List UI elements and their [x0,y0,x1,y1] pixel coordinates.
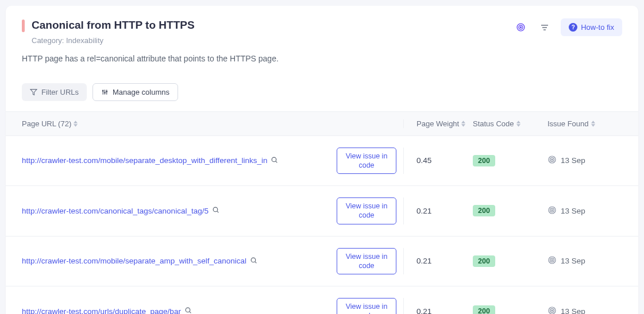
magnify-icon[interactable] [271,156,278,165]
view-issue-button[interactable]: View issue in code [337,148,396,175]
svg-rect-5 [543,29,546,30]
page-url-link[interactable]: http://crawler-test.com/urls/duplicate_p… [22,307,181,314]
issue-description: HTTP page has a rel=canonical attribute … [22,53,622,65]
status-badge: 200 [473,255,495,267]
title-row: Canonical from HTTP to HTTPS Category: I… [22,18,622,45]
view-issue-button[interactable]: View issue in code [337,248,396,275]
svg-marker-6 [30,89,37,95]
col-header-weight-label: Page Weight [417,119,459,128]
svg-point-10 [102,90,103,91]
table-toolbar: Filter URLs Manage columns [6,83,638,111]
magnify-icon[interactable] [212,206,219,215]
filter-icon [30,88,37,96]
svg-line-27 [217,211,218,212]
col-header-status-label: Status Code [473,119,514,128]
found-wrap: 13 Sep [547,255,585,266]
manage-columns-label: Manage columns [113,88,169,96]
view-issue-button[interactable]: View issue in code [337,197,396,224]
table-row: http://crawler-test.com/canonical_tags/c… [6,186,638,237]
card-header: Canonical from HTTP to HTTPS Category: I… [6,6,638,75]
page-url-link[interactable]: http://crawler-test.com/mobile/separate_… [22,257,246,265]
svg-marker-18 [516,124,520,126]
svg-point-12 [106,91,107,92]
page-url-link[interactable]: http://crawler-test.com/canonical_tags/c… [22,207,209,215]
url-wrap: http://crawler-test.com/canonical_tags/c… [22,206,219,215]
svg-point-26 [213,208,218,212]
weight-value: 0.21 [417,307,431,314]
svg-point-36 [186,308,190,313]
magnify-icon[interactable] [184,307,192,314]
cell-found: 13 Sep [547,155,622,166]
view-issue-button[interactable]: View issue in code [337,298,396,314]
table-row: http://crawler-test.com/mobile/separate_… [6,237,638,287]
filter-urls-label: Filter URLs [41,88,79,96]
svg-marker-17 [516,121,520,123]
svg-line-22 [276,161,277,162]
sort-icon [591,121,595,127]
sort-icon [461,121,465,127]
weight-value: 0.21 [417,257,431,265]
col-header-weight[interactable]: Page Weight [404,119,473,128]
category-line: Category: Indexability [32,36,195,45]
magnify-icon[interactable] [250,257,257,266]
category-value: Indexability [66,36,103,45]
status-badge: 200 [473,155,495,166]
title-text-block: Canonical from HTTP to HTTPS Category: I… [32,18,195,45]
page-title: Canonical from HTTP to HTTPS [32,18,195,33]
cell-weight: 0.21 [404,257,473,265]
title-left: Canonical from HTTP to HTTPS Category: I… [22,18,195,45]
status-badge: 200 [473,205,495,216]
cell-found: 13 Sep [547,255,622,266]
svg-point-25 [552,159,553,160]
filter-urls-button[interactable]: Filter URLs [22,83,87,101]
url-wrap: http://crawler-test.com/urls/duplicate_p… [22,307,192,314]
manage-columns-button[interactable]: Manage columns [92,83,178,101]
title-actions: ? How-to fix [512,18,622,36]
svg-marker-16 [461,124,465,126]
svg-point-40 [552,310,553,311]
svg-point-35 [552,259,553,261]
table-body: http://crawler-test.com/mobile/separate_… [6,136,638,314]
found-date: 13 Sep [561,307,585,314]
svg-marker-14 [74,124,78,126]
radar-icon [547,306,557,314]
radar-icon [547,255,557,266]
sort-icon [74,121,78,127]
sort-action-icon[interactable] [537,20,553,36]
table-row: http://crawler-test.com/urls/duplicate_p… [6,286,638,314]
radar-icon [547,206,557,216]
radar-icon [547,155,557,166]
svg-marker-13 [74,121,78,123]
cell-url: http://crawler-test.com/urls/duplicate_p… [22,298,404,314]
results-table: Page URL (72) Page Weight Status Code [6,111,638,314]
cell-url: http://crawler-test.com/canonical_tags/c… [22,197,404,224]
how-to-fix-button[interactable]: ? How-to fix [561,18,622,36]
issue-detail-card: Canonical from HTTP to HTTPS Category: I… [6,6,638,314]
radar-action-icon[interactable] [512,20,529,36]
found-wrap: 13 Sep [547,155,585,166]
category-prefix: Category: [32,36,66,45]
url-wrap: http://crawler-test.com/mobile/separate_… [22,257,257,266]
col-header-url[interactable]: Page URL (72) [22,119,404,128]
sort-icon [516,121,520,127]
cell-url: http://crawler-test.com/mobile/separate_… [22,248,404,275]
col-header-found-label: Issue Found [547,119,589,128]
svg-rect-4 [542,27,547,28]
found-date: 13 Sep [561,156,585,165]
found-date: 13 Sep [561,257,585,265]
col-header-status[interactable]: Status Code [473,119,547,128]
svg-point-31 [251,258,256,262]
status-badge: 200 [473,305,495,314]
svg-line-32 [255,262,256,263]
col-header-found[interactable]: Issue Found [547,119,622,128]
svg-line-37 [190,312,191,313]
cell-weight: 0.21 [404,307,473,314]
table-row: http://crawler-test.com/mobile/separate_… [6,136,638,187]
svg-point-11 [105,92,106,93]
found-wrap: 13 Sep [547,206,585,216]
cell-found: 13 Sep [547,306,622,314]
cell-url: http://crawler-test.com/mobile/separate_… [22,148,404,175]
page-url-link[interactable]: http://crawler-test.com/mobile/separate_… [22,156,267,165]
weight-value: 0.45 [417,156,431,165]
col-header-url-label: Page URL (72) [22,119,71,128]
